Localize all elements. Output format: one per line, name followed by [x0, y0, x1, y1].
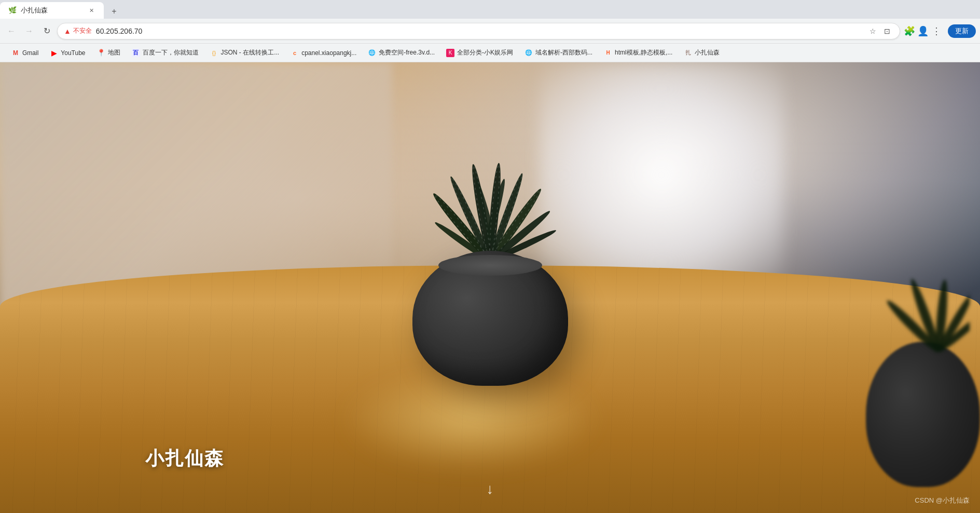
- update-button[interactable]: 更新: [948, 24, 976, 38]
- csdn-credit: CSDN @小扎仙森: [915, 496, 970, 505]
- security-label: 不安全: [73, 26, 92, 35]
- bookmark-free3v-label: 免费空间-free.3v.d...: [379, 48, 435, 57]
- main-pot-container: [392, 85, 589, 386]
- bookmark-xiaozha-label: 小扎仙森: [695, 48, 720, 57]
- main-content: 小扎仙森 ↓ CSDN @小扎仙森: [0, 62, 980, 513]
- bookmark-gmail[interactable]: M Gmail: [6, 47, 44, 59]
- json-favicon-icon: {}: [210, 49, 218, 57]
- cast-icon[interactable]: ⊡: [881, 25, 893, 37]
- menu-icon[interactable]: ⋮: [930, 25, 943, 37]
- back-button[interactable]: ←: [4, 24, 19, 38]
- tab-title: 小扎仙森: [21, 6, 83, 15]
- right-plant-svg: [855, 248, 970, 352]
- profile-icon[interactable]: 👤: [917, 25, 929, 37]
- bookmark-xkmusic[interactable]: K 全部分类-小K娱乐网: [441, 46, 518, 59]
- gmail-favicon-icon: M: [11, 49, 20, 57]
- bookmark-free3v[interactable]: 🌐 免费空间-free.3v.d...: [363, 46, 440, 59]
- bookmark-xibucms[interactable]: 🌐 域名解析-西部数码...: [519, 46, 598, 59]
- plant-pot: [412, 251, 568, 386]
- url-text: 60.205.206.70: [96, 27, 862, 35]
- free3v-favicon-icon: 🌐: [368, 49, 376, 57]
- bookmark-cpanel[interactable]: c cpanel.xiaopangkj...: [285, 47, 362, 59]
- bookmarks-bar: M Gmail ▶ YouTube 📍 地图 百 百度一下，你就知道 {} JS…: [0, 44, 980, 62]
- address-right-icons: ☆ ⊡: [866, 25, 893, 37]
- forward-button[interactable]: →: [22, 24, 36, 38]
- active-tab[interactable]: 🌿 小扎仙森 ✕: [0, 2, 104, 19]
- bookmark-xiaozha[interactable]: 扎 小扎仙森: [679, 46, 725, 59]
- down-arrow-icon[interactable]: ↓: [487, 481, 494, 497]
- address-bar[interactable]: ▲ 不安全 60.205.206.70 ☆ ⊡: [57, 23, 900, 39]
- plant-svg: [402, 74, 578, 272]
- bookmark-baidu[interactable]: 百 百度一下，你就知道: [127, 46, 204, 59]
- html-favicon-icon: H: [604, 49, 612, 57]
- bookmark-youtube[interactable]: ▶ YouTube: [45, 47, 90, 59]
- baidu-favicon-icon: 百: [132, 49, 140, 57]
- address-bar-row: ← → ↻ ▲ 不安全 60.205.206.70 ☆ ⊡ 🧩 👤 ⋮ 更新: [0, 19, 980, 44]
- hero-image: 小扎仙森 ↓ CSDN @小扎仙森: [0, 62, 980, 513]
- bookmark-xibucms-label: 域名解析-西部数码...: [535, 48, 592, 57]
- xibucms-favicon-icon: 🌐: [524, 49, 533, 57]
- xiaozha-favicon-icon: 扎: [684, 49, 692, 57]
- new-tab-button[interactable]: +: [106, 4, 122, 19]
- bookmark-html[interactable]: H html模板,静态模板,...: [599, 46, 678, 59]
- maps-favicon-icon: 📍: [97, 49, 105, 57]
- youtube-favicon-icon: ▶: [50, 49, 58, 57]
- browser-frame: 🌿 小扎仙森 ✕ + ← → ↻ ▲ 不安全 60.205.206.70 ☆ ⊡…: [0, 0, 980, 513]
- tab-close-button[interactable]: ✕: [87, 6, 95, 15]
- tab-favicon: 🌿: [8, 6, 17, 15]
- bookmark-maps[interactable]: 📍 地图: [92, 46, 126, 59]
- bookmark-youtube-label: YouTube: [61, 49, 85, 57]
- bookmark-json-label: JSON - 在线转换工...: [221, 48, 280, 57]
- cpanel-favicon-icon: c: [291, 49, 299, 57]
- security-indicator: ▲ 不安全: [64, 26, 92, 35]
- xkmusic-favicon-icon: K: [446, 49, 454, 57]
- bookmark-maps-label: 地图: [108, 48, 120, 57]
- tab-bar: 🌿 小扎仙森 ✕ +: [0, 0, 980, 19]
- security-triangle-icon: ▲: [64, 27, 71, 35]
- extensions-icon[interactable]: 🧩: [903, 25, 916, 37]
- bookmark-star-icon[interactable]: ☆: [866, 25, 879, 37]
- bookmark-gmail-label: Gmail: [22, 49, 38, 57]
- bookmark-html-label: html模板,静态模板,...: [615, 48, 672, 57]
- right-pot: [866, 342, 980, 487]
- bookmark-json[interactable]: {} JSON - 在线转换工...: [205, 46, 285, 59]
- reload-button[interactable]: ↻: [39, 24, 54, 38]
- bookmark-xkmusic-label: 全部分类-小K娱乐网: [457, 48, 513, 57]
- browser-actions: 🧩 👤 ⋮ 更新: [903, 24, 976, 38]
- bookmark-baidu-label: 百度一下，你就知道: [143, 48, 199, 57]
- hero-title: 小扎仙森: [145, 446, 224, 471]
- bookmark-cpanel-label: cpanel.xiaopangkj...: [301, 49, 356, 57]
